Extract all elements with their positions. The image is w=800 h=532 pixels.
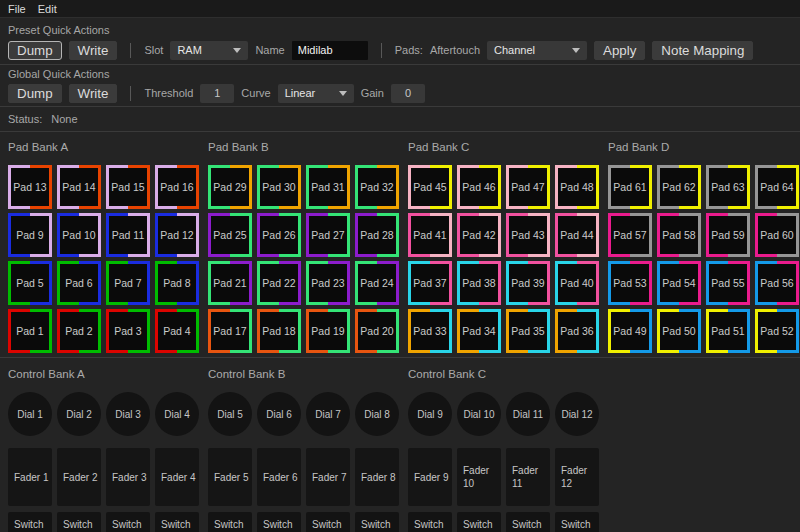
pad-63[interactable]: Pad 63 [706,165,750,209]
pad-12[interactable]: Pad 12 [155,213,199,257]
pad-32[interactable]: Pad 32 [355,165,399,209]
preset-write-button[interactable]: Write [69,41,118,60]
threshold-value[interactable]: 1 [200,84,234,103]
pad-22[interactable]: Pad 22 [257,261,301,305]
pad-25[interactable]: Pad 25 [208,213,252,257]
pad-46[interactable]: Pad 46 [457,165,501,209]
global-dump-button[interactable]: Dump [8,84,62,103]
pad-43[interactable]: Pad 43 [506,213,550,257]
curve-select[interactable]: Linear [278,84,354,103]
switch-8[interactable]: Switch 8 [355,512,399,532]
pad-14[interactable]: Pad 14 [57,165,101,209]
pad-58[interactable]: Pad 58 [657,213,701,257]
pad-20[interactable]: Pad 20 [355,309,399,353]
pad-61[interactable]: Pad 61 [608,165,652,209]
pad-8[interactable]: Pad 8 [155,261,199,305]
fader-12[interactable]: Fader 12 [555,448,599,506]
pad-13[interactable]: Pad 13 [8,165,52,209]
pad-38[interactable]: Pad 38 [457,261,501,305]
dial-4[interactable]: Dial 4 [155,392,199,436]
dial-12[interactable]: Dial 12 [555,392,599,436]
pad-47[interactable]: Pad 47 [506,165,550,209]
pad-30[interactable]: Pad 30 [257,165,301,209]
pad-64[interactable]: Pad 64 [755,165,799,209]
pad-36[interactable]: Pad 36 [555,309,599,353]
switch-11[interactable]: Switch 11 [506,512,550,532]
fader-1[interactable]: Fader 1 [8,448,52,506]
preset-dump-button[interactable]: Dump [8,41,62,60]
pad-59[interactable]: Pad 59 [706,213,750,257]
switch-1[interactable]: Switch 1 [8,512,52,532]
dial-3[interactable]: Dial 3 [106,392,150,436]
pad-11[interactable]: Pad 11 [106,213,150,257]
global-write-button[interactable]: Write [69,84,118,103]
gain-value[interactable]: 0 [391,84,425,103]
switch-7[interactable]: Switch 7 [306,512,350,532]
pad-9[interactable]: Pad 9 [8,213,52,257]
dial-9[interactable]: Dial 9 [408,392,452,436]
preset-name-input[interactable] [292,41,368,60]
switch-12[interactable]: Switch 12 [555,512,599,532]
pad-60[interactable]: Pad 60 [755,213,799,257]
pad-17[interactable]: Pad 17 [208,309,252,353]
pad-27[interactable]: Pad 27 [306,213,350,257]
dial-1[interactable]: Dial 1 [8,392,52,436]
dial-11[interactable]: Dial 11 [506,392,550,436]
switch-10[interactable]: Switch 10 [457,512,501,532]
pad-45[interactable]: Pad 45 [408,165,452,209]
pad-18[interactable]: Pad 18 [257,309,301,353]
pad-44[interactable]: Pad 44 [555,213,599,257]
pad-37[interactable]: Pad 37 [408,261,452,305]
pad-3[interactable]: Pad 3 [106,309,150,353]
fader-6[interactable]: Fader 6 [257,448,301,506]
menu-edit[interactable]: Edit [38,3,57,15]
pad-57[interactable]: Pad 57 [608,213,652,257]
pad-33[interactable]: Pad 33 [408,309,452,353]
pad-48[interactable]: Pad 48 [555,165,599,209]
dial-6[interactable]: Dial 6 [257,392,301,436]
pad-56[interactable]: Pad 56 [755,261,799,305]
pad-53[interactable]: Pad 53 [608,261,652,305]
pad-7[interactable]: Pad 7 [106,261,150,305]
pad-19[interactable]: Pad 19 [306,309,350,353]
pad-29[interactable]: Pad 29 [208,165,252,209]
pad-26[interactable]: Pad 26 [257,213,301,257]
pad-54[interactable]: Pad 54 [657,261,701,305]
fader-8[interactable]: Fader 8 [355,448,399,506]
switch-3[interactable]: Switch 3 [106,512,150,532]
fader-5[interactable]: Fader 5 [208,448,252,506]
aftertouch-select[interactable]: Channel [487,41,587,60]
note-mapping-button[interactable]: Note Mapping [652,41,753,60]
slot-select[interactable]: RAM [170,41,248,60]
pad-21[interactable]: Pad 21 [208,261,252,305]
pad-23[interactable]: Pad 23 [306,261,350,305]
fader-2[interactable]: Fader 2 [57,448,101,506]
pad-31[interactable]: Pad 31 [306,165,350,209]
switch-9[interactable]: Switch 9 [408,512,452,532]
pad-62[interactable]: Pad 62 [657,165,701,209]
pad-42[interactable]: Pad 42 [457,213,501,257]
pad-4[interactable]: Pad 4 [155,309,199,353]
pad-41[interactable]: Pad 41 [408,213,452,257]
pad-28[interactable]: Pad 28 [355,213,399,257]
pad-16[interactable]: Pad 16 [155,165,199,209]
pad-40[interactable]: Pad 40 [555,261,599,305]
pad-1[interactable]: Pad 1 [8,309,52,353]
fader-10[interactable]: Fader 10 [457,448,501,506]
dial-2[interactable]: Dial 2 [57,392,101,436]
fader-4[interactable]: Fader 4 [155,448,199,506]
dial-7[interactable]: Dial 7 [306,392,350,436]
pad-55[interactable]: Pad 55 [706,261,750,305]
fader-7[interactable]: Fader 7 [306,448,350,506]
pad-5[interactable]: Pad 5 [8,261,52,305]
switch-5[interactable]: Switch 5 [208,512,252,532]
pad-39[interactable]: Pad 39 [506,261,550,305]
pad-52[interactable]: Pad 52 [755,309,799,353]
pad-15[interactable]: Pad 15 [106,165,150,209]
switch-2[interactable]: Switch 2 [57,512,101,532]
pad-35[interactable]: Pad 35 [506,309,550,353]
pad-10[interactable]: Pad 10 [57,213,101,257]
switch-4[interactable]: Switch 4 [155,512,199,532]
fader-9[interactable]: Fader 9 [408,448,452,506]
dial-10[interactable]: Dial 10 [457,392,501,436]
